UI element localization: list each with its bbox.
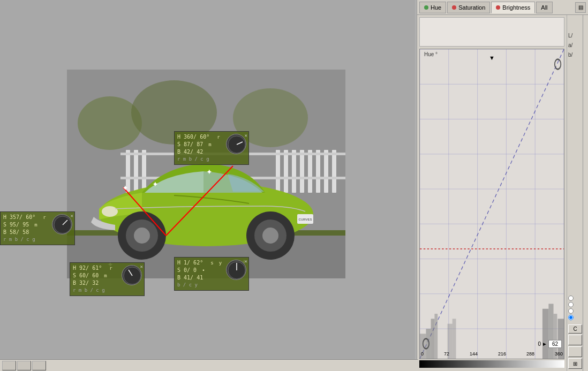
range-end-input[interactable]: 62: [548, 340, 562, 348]
tt4-dot: •: [202, 268, 205, 273]
radio-group: [568, 294, 582, 321]
tt3-b-value: 32/ 32: [79, 280, 99, 286]
svg-rect-14: [332, 150, 336, 193]
tt2-m-label: m: [208, 142, 211, 147]
tt1-r-label: r: [43, 215, 46, 220]
radio-option-4[interactable]: [568, 315, 574, 320]
svg-rect-8: [284, 150, 288, 193]
tt2-h-value: 360/ 60°: [184, 134, 209, 140]
radio-row-1: [568, 296, 582, 301]
tt1-h-value: 357/ 60°: [10, 214, 35, 220]
tooltip-4: ✕ H 1/ 62° s y S 0/ 0 • B 41/ 41 b / c y: [174, 257, 249, 291]
tt2-b-label: B: [177, 149, 184, 155]
svg-rect-10: [300, 150, 304, 193]
taskbar-item-1[interactable]: [2, 361, 16, 370]
tt3-b-label: B: [73, 280, 79, 286]
tt4-b-label: B: [177, 275, 184, 281]
tab-bar: Hue Saturation Brightness All ▤: [417, 0, 588, 15]
svg-point-67: [555, 59, 561, 70]
histogram-container: Hue ° ▼: [419, 49, 564, 359]
tooltip-3: ✕ H 92/ 61° r S 60/ 60 m B 32/ 32 r m b …: [70, 262, 145, 296]
range-arrow: ►: [542, 341, 547, 347]
tt4-s-label: S: [177, 267, 184, 273]
a-label: a/: [568, 41, 582, 50]
range-display-area: 0 ► 62: [538, 340, 562, 348]
tt2-h-label: H: [177, 134, 184, 140]
tt1-h-label: H: [3, 214, 10, 220]
tt2-sub-labels: r m b / c g: [177, 156, 246, 163]
panel-options-button[interactable]: ▤: [575, 2, 586, 13]
radio-row-2: [568, 302, 582, 307]
tab-saturation[interactable]: Saturation: [447, 2, 490, 13]
hue-dot: [424, 5, 428, 10]
tt4-s-value: 0/ 0: [184, 267, 197, 273]
right-controls: L/ a/ b/: [567, 15, 583, 371]
gradient-bar: [419, 360, 564, 368]
chart-area: Hue ° ▼: [417, 15, 567, 371]
radio-option-1[interactable]: [568, 296, 574, 301]
svg-point-1: [78, 96, 142, 150]
side-btn-4[interactable]: ⊞: [568, 358, 582, 369]
c-button[interactable]: C: [568, 324, 582, 334]
tt3-h-value: 92/ 61°: [79, 265, 102, 271]
tt2-r-label: r: [217, 134, 220, 140]
svg-rect-6: [142, 150, 146, 193]
tt3-h-label: H: [73, 265, 79, 271]
tt4-b-value: 41/ 41: [184, 275, 203, 281]
side-btn-3[interactable]: [568, 346, 582, 357]
radio-row-4: [568, 315, 582, 320]
tooltip-1: ✕ H 357/ 60° r S 95/ 95 m B 58/ 58 r m b…: [0, 211, 75, 245]
brightness-tab-label: Brightness: [502, 4, 530, 11]
svg-text:CURVES: CURVES: [299, 218, 312, 221]
svg-rect-12: [316, 150, 320, 193]
x-label-360: 360: [555, 351, 563, 357]
svg-line-54: [420, 49, 564, 359]
svg-rect-5: [134, 150, 138, 193]
saturation-tab-label: Saturation: [458, 4, 485, 11]
range-start: 0: [538, 341, 541, 347]
all-tab-label: All: [541, 4, 547, 11]
top-white-area: [419, 17, 564, 47]
taskbar-item-3[interactable]: [32, 361, 46, 370]
panel-body: Hue ° ▼: [417, 15, 588, 371]
tt1-m-label: m: [34, 222, 37, 228]
tt1-b-value: 58/ 58: [10, 229, 29, 235]
tt3-r-label: r: [109, 266, 112, 271]
tt2-s-label: S: [177, 141, 184, 147]
side-btn-2[interactable]: [568, 335, 582, 345]
crosshair-marker-3: ✦: [206, 169, 213, 175]
tab-hue[interactable]: Hue: [419, 2, 446, 13]
tt2-b-value: 42/ 42: [184, 149, 203, 155]
x-label-72: 72: [444, 351, 449, 357]
saturation-dot: [452, 5, 456, 10]
tt4-y-label: y: [219, 260, 222, 266]
scrollbar[interactable]: [583, 15, 588, 371]
radio-option-2[interactable]: [568, 302, 574, 307]
tt1-s-value: 95/ 95: [10, 222, 29, 228]
tooltip-2: ✕ H 360/ 60° r S 87/ 87 m B 42/ 42 r m b…: [174, 131, 249, 165]
x-axis-labels: 0 72 144 216 288 360: [420, 351, 564, 357]
svg-point-26: [102, 206, 118, 217]
taskbar: [0, 359, 418, 371]
lab-labels: L/ a/ b/: [568, 31, 582, 60]
x-label-216: 216: [498, 351, 506, 357]
side-buttons: C ⊞: [568, 324, 582, 369]
tt4-s-label2: s: [210, 260, 213, 266]
chart-title: Hue °: [424, 51, 438, 57]
x-label-288: 288: [526, 351, 534, 357]
svg-point-25: [262, 228, 278, 244]
tt2-s-value: 87/ 87: [184, 141, 203, 147]
tab-all[interactable]: All: [536, 2, 552, 13]
tt4-sub-labels: b / c y: [177, 282, 246, 289]
svg-rect-13: [324, 150, 328, 193]
svg-rect-11: [308, 150, 312, 193]
radio-option-3[interactable]: [568, 308, 574, 314]
crosshair-marker-2: ✦: [152, 181, 159, 187]
tt3-s-label: S: [73, 272, 79, 278]
brightness-dot: [496, 5, 500, 10]
x-label-144: 144: [470, 351, 478, 357]
tt3-sub-labels: r m b / c g: [73, 287, 141, 294]
hue-tab-label: Hue: [431, 4, 441, 11]
tab-brightness[interactable]: Brightness: [491, 2, 535, 13]
taskbar-item-2[interactable]: [17, 361, 31, 370]
